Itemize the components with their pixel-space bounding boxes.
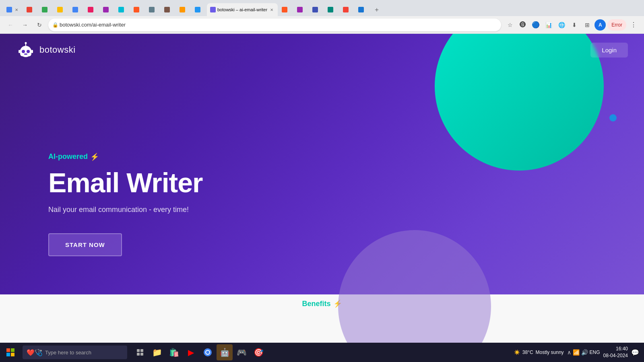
address-bar-container: 🔒 [48,19,501,31]
tab-5[interactable] [69,3,84,16]
taskbar-app-store[interactable]: 🛍️ [166,344,182,360]
benefits-text: Benefits [302,300,330,308]
taskbar-app-youtube[interactable]: ▶ [183,344,199,360]
notification-icon[interactable]: 💬 [631,349,639,356]
below-fold: Benefits ⚡ [0,294,644,343]
taskbar-app-explorer[interactable]: 📁 [149,344,165,360]
svg-rect-16 [140,353,143,356]
tab-favicon-1 [6,7,12,12]
clock-date: 08-04-2024 [603,352,628,359]
clock-time: 16:40 [603,346,628,352]
tab-favicon-4 [57,7,63,12]
lock-icon: 🔒 [52,22,58,28]
tray-speaker-icon[interactable]: 🔊 [581,349,588,356]
tab-20[interactable] [355,3,369,16]
error-label: Error [611,22,622,28]
tab-close-1[interactable]: ✕ [14,7,19,12]
forward-button[interactable]: → [19,19,31,31]
tab-favicon-20 [358,7,364,12]
address-bar-row: ← → ↻ 🔒 ☆ 🅖 🔵 📊 🌐 ⬇ ⊞ A Error ⋮ [0,16,644,34]
hero-content: AI-powered ⚡ Email Writer Nail your emai… [48,152,203,257]
tab-12[interactable] [176,3,191,16]
extension-button-3[interactable]: 📊 [543,19,554,31]
weather-info: ☀️ 38°C Mostly sunny [514,350,564,355]
tab-close-14[interactable]: ✕ [269,7,275,12]
sidebar-button[interactable]: ⊞ [582,19,593,31]
tab-favicon-13 [195,7,200,12]
new-tab-icon: ＋ [374,6,380,14]
menu-button[interactable]: ⋮ [628,19,639,31]
tab-10[interactable] [146,3,160,16]
download-button[interactable]: ⬇ [569,19,580,31]
start-now-button[interactable]: START NOW [48,233,122,256]
tab-11[interactable] [161,3,175,16]
system-tray: ∧ 📶 🔊 ENG [567,349,600,356]
weather-desc: Mostly sunny [536,350,564,355]
taskbar-app-extra2[interactable]: 🎯 [250,344,266,360]
svg-rect-4 [24,53,27,55]
tab-favicon-10 [149,7,155,12]
tab-14-active[interactable]: botowski – ai-email-writer ✕ [207,3,278,16]
weather-icon: ☀️ [514,350,520,355]
logo-text: botowski [39,45,76,55]
tab-19[interactable] [340,3,354,16]
chrome-icon [203,348,212,357]
bookmark-button[interactable]: ☆ [504,19,516,31]
tab-13[interactable] [192,3,206,16]
tab-favicon-9 [134,7,139,12]
taskbar-app-chrome[interactable] [200,344,216,360]
tab-favicon-3 [42,7,47,12]
login-button[interactable]: Login [590,43,628,58]
extension-button-1[interactable]: 🅖 [517,19,528,31]
tray-lang: ENG [590,350,600,355]
ai-powered-text: AI-powered [48,152,88,161]
tray-wifi-icon[interactable]: 📶 [573,349,580,356]
clock-area[interactable]: 16:40 08-04-2024 [603,346,628,359]
hero-title: Email Writer [48,168,203,198]
taskbar: ❤️‍🩺 Type here to search 📁 🛍️ ▶ [0,343,644,362]
tab-2[interactable] [23,3,38,16]
tab-15[interactable] [279,3,293,16]
hero-subtitle: Nail your email communication - every ti… [48,206,203,214]
tab-7[interactable] [100,3,114,16]
taskbar-apps: 📁 🛍️ ▶ 🤖 🎮 🎯 [132,344,266,360]
svg-rect-13 [137,349,140,352]
logo-svg [16,40,35,60]
start-button[interactable] [0,343,21,362]
profile-button[interactable]: A [594,19,606,31]
back-button[interactable]: ← [5,19,16,31]
taskbar-app-extra1[interactable]: 🎮 [233,344,250,360]
tab-favicon-15 [282,7,287,12]
taskbar-app-botowski[interactable]: 🤖 [217,344,233,360]
taskbar-search-bar[interactable]: ❤️‍🩺 Type here to search [23,346,127,359]
tab-6[interactable] [85,3,99,16]
tab-17[interactable] [309,3,324,16]
tab-favicon-19 [343,7,349,12]
tab-9[interactable] [130,3,145,16]
browser-frame: ✕ [0,0,644,362]
tab-3[interactable] [39,3,53,16]
svg-rect-7 [19,50,20,53]
new-tab-button[interactable]: ＋ [370,3,383,16]
tab-bar: ✕ [0,0,644,16]
svg-rect-8 [31,50,33,53]
tab-18[interactable] [324,3,339,16]
tab-favicon-18 [328,7,333,12]
tray-expand-icon[interactable]: ∧ [567,349,571,356]
error-button[interactable]: Error [607,19,626,31]
svg-rect-1 [20,48,31,56]
tab-1[interactable]: ✕ [3,3,23,16]
tab-16[interactable] [294,3,308,16]
tab-4[interactable] [54,3,68,16]
taskbar-app-taskview[interactable] [132,344,148,360]
taskbar-right: ☀️ 38°C Mostly sunny ∧ 📶 🔊 ENG 16:40 08-… [514,346,644,359]
extension-button-4[interactable]: 🌐 [556,19,567,31]
tab-8[interactable] [115,3,130,16]
tab-favicon-17 [312,7,318,12]
address-input[interactable] [48,19,501,31]
extension-button-2[interactable]: 🔵 [530,19,541,31]
reload-button[interactable]: ↻ [34,19,45,31]
svg-point-2 [22,50,25,53]
benefits-label: Benefits ⚡ [302,299,342,308]
webpage: botowski Login AI-powered ⚡ Email Writer… [0,34,644,343]
